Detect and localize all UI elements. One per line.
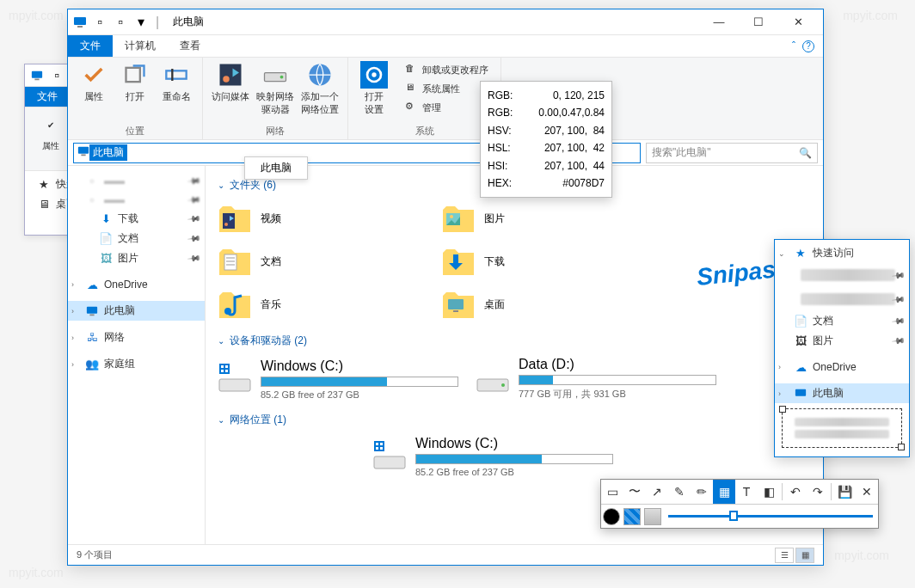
- chevron-down-icon: ⌄: [218, 415, 224, 425]
- tool-mosaic[interactable]: ▦: [713, 480, 735, 504]
- group-header-netloc[interactable]: ⌄网络位置 (1): [218, 413, 811, 427]
- tab-view[interactable]: 查看: [168, 35, 212, 57]
- pc-icon: [794, 387, 808, 401]
- panel-thispc[interactable]: ›此电脑: [775, 383, 909, 403]
- panel-item[interactable]: [775, 263, 909, 287]
- color-picker-popup: RGB: 0, 120, 215 RGB:0.00,0.47,0.84 HSV:…: [480, 81, 612, 198]
- panel-item[interactable]: [775, 287, 909, 311]
- qat-button[interactable]: ▫: [111, 13, 130, 32]
- floating-nav-panel: ⌄★快速访问 📄文档 🖼图片 ›☁OneDrive ›此电脑: [774, 239, 910, 457]
- folder-item[interactable]: 图片: [441, 201, 648, 236]
- collapse-ribbon-icon[interactable]: ˆ: [792, 40, 795, 52]
- svg-rect-40: [376, 443, 378, 445]
- minimize-button[interactable]: —: [699, 9, 739, 35]
- properties-button[interactable]: ✔属性: [34, 111, 68, 152]
- tab-file[interactable]: 文件: [25, 87, 70, 107]
- document-icon: 📄: [794, 315, 808, 328]
- undo-button[interactable]: ↶: [784, 480, 807, 504]
- view-details-button[interactable]: ☰: [775, 548, 794, 563]
- view-icons-button[interactable]: ▦: [795, 548, 814, 563]
- tool-arrow[interactable]: ↗: [646, 480, 668, 504]
- tool-eraser[interactable]: ◧: [758, 480, 780, 504]
- panel-pictures[interactable]: 🖼图片: [775, 331, 909, 351]
- tab-computer[interactable]: 计算机: [113, 35, 168, 57]
- help-icon[interactable]: ?: [802, 40, 814, 52]
- size-slider[interactable]: [668, 515, 873, 518]
- cloud-icon: ☁: [85, 278, 99, 291]
- color-swatch[interactable]: [603, 508, 620, 525]
- save-button[interactable]: 💾: [833, 480, 856, 504]
- video-folder-icon: [218, 201, 252, 236]
- tool-rect[interactable]: ▭: [601, 480, 623, 504]
- group-label: 网络: [266, 125, 285, 138]
- close-button[interactable]: ✕: [778, 9, 818, 35]
- svg-rect-31: [219, 364, 230, 374]
- properties-button[interactable]: 属性: [77, 61, 111, 103]
- folder-item[interactable]: 视频: [218, 201, 424, 236]
- svg-rect-16: [81, 155, 85, 156]
- open-button[interactable]: 打开: [118, 61, 152, 103]
- svg-rect-7: [220, 64, 242, 86]
- add-location-button[interactable]: 添加一个 网络位置: [301, 61, 339, 116]
- qat-button[interactable]: ▫: [90, 13, 109, 32]
- status-bar: 9 个项目 ☰ ▦: [68, 544, 823, 565]
- open-settings-button[interactable]: 打开 设置: [357, 61, 391, 116]
- drive-item[interactable]: Data (D:)777 GB 可用，共 931 GB: [476, 357, 716, 401]
- map-drive-button[interactable]: 映射网络 驱动器: [256, 61, 294, 116]
- folder-item[interactable]: 音乐: [218, 287, 424, 322]
- nav-item[interactable]: ▫▬▬: [68, 190, 205, 209]
- drive-icon: [476, 362, 510, 396]
- nav-onedrive[interactable]: ›☁OneDrive: [68, 275, 205, 294]
- qat-btn[interactable]: ▫: [47, 66, 66, 85]
- system-properties-button[interactable]: 🖥系统属性: [402, 80, 492, 97]
- tool-text[interactable]: T: [735, 480, 758, 504]
- qat-chevron[interactable]: ▾: [132, 13, 150, 32]
- uninstall-button[interactable]: 🗑卸载或更改程序: [402, 61, 492, 78]
- redo-button[interactable]: ↷: [807, 480, 829, 504]
- nav-pictures[interactable]: 🖼图片: [68, 248, 205, 268]
- desktop-icon: 🖥: [37, 198, 51, 211]
- chevron-down-icon: ⌄: [218, 181, 224, 190]
- drive-icon: [372, 439, 407, 474]
- snipaste-toolbar: ▭ 〜 ↗ ✎ ✏ ▦ T ◧ ↶ ↷ 💾 ✕: [600, 479, 879, 529]
- network-icon: 🖧: [85, 331, 99, 345]
- nav-downloads[interactable]: ⬇下载: [68, 209, 205, 229]
- drive-item[interactable]: Windows (C:)85.2 GB free of 237 GB: [372, 436, 613, 477]
- panel-documents[interactable]: 📄文档: [775, 311, 909, 331]
- cloud-icon: ☁: [794, 360, 808, 374]
- mosaic-style[interactable]: [623, 508, 641, 525]
- group-header-drives[interactable]: ⌄设备和驱动器 (2): [218, 334, 811, 348]
- drive-icon: [218, 362, 252, 396]
- nav-item[interactable]: ▫▬▬: [68, 171, 205, 190]
- chevron-right-icon: ›: [71, 307, 74, 315]
- nav-documents[interactable]: 📄文档: [68, 229, 205, 248]
- folder-item[interactable]: 文档: [218, 244, 424, 279]
- picture-icon: 🖼: [99, 252, 113, 266]
- tool-pen[interactable]: ✎: [668, 480, 691, 504]
- tool-marker[interactable]: ✏: [691, 480, 713, 504]
- folder-item[interactable]: 桌面: [441, 287, 648, 322]
- search-input[interactable]: 搜索"此电脑" 🔍: [646, 143, 818, 163]
- panel-quick[interactable]: ⌄★快速访问: [775, 243, 909, 263]
- nav-thispc[interactable]: ›此电脑: [68, 301, 205, 321]
- folder-item[interactable]: 下载: [441, 244, 648, 279]
- mosaic-style[interactable]: [644, 508, 661, 525]
- selection-handles[interactable]: [782, 408, 902, 448]
- tab-file[interactable]: 文件: [68, 35, 113, 57]
- drive-item[interactable]: Windows (C:)85.2 GB free of 237 GB: [218, 357, 458, 401]
- nav-network[interactable]: ›🖧网络: [68, 328, 205, 347]
- homegroup-icon: 👥: [85, 358, 99, 371]
- nav-homegroup[interactable]: ›👥家庭组: [68, 354, 205, 374]
- close-button[interactable]: ✕: [856, 480, 878, 504]
- panel-onedrive[interactable]: ›☁OneDrive: [775, 358, 909, 377]
- svg-rect-23: [224, 254, 236, 270]
- manage-button[interactable]: ⚙管理: [402, 99, 492, 116]
- check-icon: [80, 61, 107, 89]
- maximize-button[interactable]: ☐: [739, 9, 778, 35]
- rename-icon: [163, 61, 190, 89]
- svg-rect-44: [795, 389, 806, 395]
- tool-line[interactable]: 〜: [623, 480, 646, 504]
- rename-button[interactable]: 重命名: [159, 61, 193, 103]
- access-media-button[interactable]: 访问媒体: [212, 61, 249, 116]
- svg-rect-39: [374, 441, 384, 451]
